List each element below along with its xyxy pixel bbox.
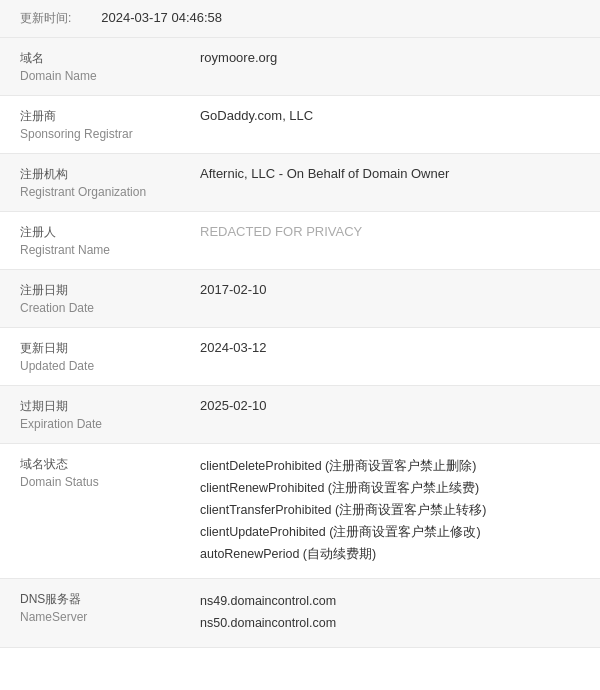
- status-line: clientDeleteProhibited (注册商设置客户禁止删除): [200, 456, 585, 476]
- field-label-zh: 域名: [20, 50, 170, 67]
- whois-table: 更新时间: 2024-03-17 04:46:58: [0, 0, 600, 38]
- field-label-en: Registrant Name: [20, 243, 170, 257]
- field-label-cell: DNS服务器NameServer: [0, 579, 185, 647]
- field-label-en: Sponsoring Registrar: [20, 127, 170, 141]
- field-value-cell: REDACTED FOR PRIVACY: [185, 212, 600, 269]
- status-line: ns50.domaincontrol.com: [200, 613, 585, 633]
- field-label-cell: 更新日期Updated Date: [0, 328, 185, 385]
- field-label-en: Registrant Organization: [20, 185, 170, 199]
- field-value-cell: 2017-02-10: [185, 270, 600, 327]
- whois-rows: 域名Domain Nameroymoore.org注册商Sponsoring R…: [0, 38, 600, 648]
- field-value-cell: 2024-03-12: [185, 328, 600, 385]
- status-line: clientRenewProhibited (注册商设置客户禁止续费): [200, 478, 585, 498]
- field-label-en: Domain Name: [20, 69, 170, 83]
- field-label-cell: 域名状态Domain Status: [0, 444, 185, 578]
- whois-row: 注册日期Creation Date2017-02-10: [0, 270, 600, 328]
- status-line: autoRenewPeriod (自动续费期): [200, 544, 585, 564]
- field-label-zh: 注册机构: [20, 166, 170, 183]
- whois-row: 注册人Registrant NameREDACTED FOR PRIVACY: [0, 212, 600, 270]
- update-time-label: 更新时间:: [0, 0, 86, 37]
- field-label-en: NameServer: [20, 610, 170, 624]
- field-label-en: Domain Status: [20, 475, 170, 489]
- field-value-cell: GoDaddy.com, LLC: [185, 96, 600, 153]
- whois-row: 域名Domain Nameroymoore.org: [0, 38, 600, 96]
- whois-row: 域名状态Domain StatusclientDeleteProhibited …: [0, 444, 600, 579]
- field-label-zh: DNS服务器: [20, 591, 170, 608]
- field-value-cell: 2025-02-10: [185, 386, 600, 443]
- field-label-zh: 过期日期: [20, 398, 170, 415]
- field-value-cell: Afternic, LLC - On Behalf of Domain Owne…: [185, 154, 600, 211]
- field-label-zh: 注册商: [20, 108, 170, 125]
- field-value-cell: clientDeleteProhibited (注册商设置客户禁止删除)clie…: [185, 444, 600, 578]
- field-value-cell: roymoore.org: [185, 38, 600, 95]
- field-label-zh: 更新日期: [20, 340, 170, 357]
- field-label-cell: 域名Domain Name: [0, 38, 185, 95]
- field-label-cell: 注册人Registrant Name: [0, 212, 185, 269]
- field-label-cell: 注册机构Registrant Organization: [0, 154, 185, 211]
- field-label-en: Updated Date: [20, 359, 170, 373]
- field-label-en: Creation Date: [20, 301, 170, 315]
- field-label-cell: 过期日期Expiration Date: [0, 386, 185, 443]
- status-line: clientUpdateProhibited (注册商设置客户禁止修改): [200, 522, 585, 542]
- field-label-zh: 注册人: [20, 224, 170, 241]
- field-value-cell: ns49.domaincontrol.comns50.domaincontrol…: [185, 579, 600, 647]
- field-label-zh: 注册日期: [20, 282, 170, 299]
- status-line: ns49.domaincontrol.com: [200, 591, 585, 611]
- field-label-cell: 注册日期Creation Date: [0, 270, 185, 327]
- update-time-zh: 更新时间:: [20, 11, 71, 25]
- update-time-row: 更新时间: 2024-03-17 04:46:58: [0, 0, 600, 38]
- update-time-value: 2024-03-17 04:46:58: [86, 0, 600, 37]
- field-label-zh: 域名状态: [20, 456, 170, 473]
- whois-row: DNS服务器NameServerns49.domaincontrol.comns…: [0, 579, 600, 648]
- status-line: clientTransferProhibited (注册商设置客户禁止转移): [200, 500, 585, 520]
- whois-row: 注册商Sponsoring RegistrarGoDaddy.com, LLC: [0, 96, 600, 154]
- field-label-cell: 注册商Sponsoring Registrar: [0, 96, 185, 153]
- whois-row: 注册机构Registrant OrganizationAfternic, LLC…: [0, 154, 600, 212]
- whois-row: 更新日期Updated Date2024-03-12: [0, 328, 600, 386]
- whois-row: 过期日期Expiration Date2025-02-10: [0, 386, 600, 444]
- field-label-en: Expiration Date: [20, 417, 170, 431]
